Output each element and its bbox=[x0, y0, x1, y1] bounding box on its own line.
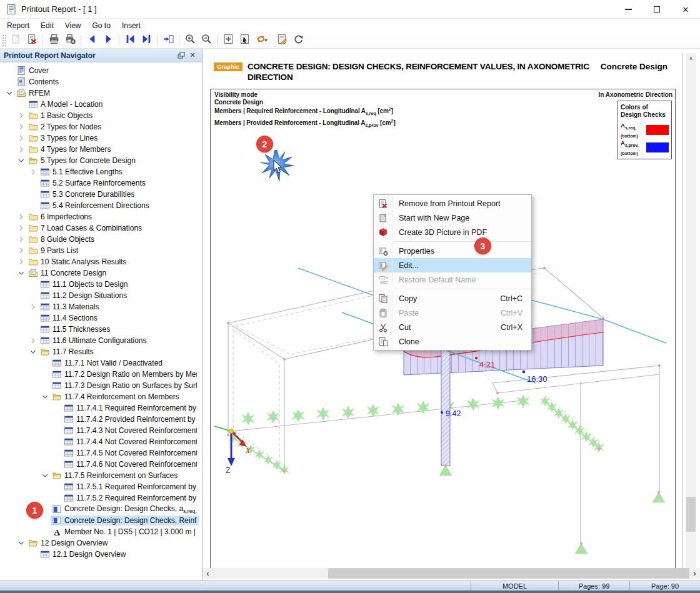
collapse-icon[interactable] bbox=[16, 268, 27, 278]
menu-item-remove-from-printout-report[interactable]: Remove from Printout Report bbox=[374, 196, 531, 211]
menu-view[interactable]: View bbox=[59, 20, 87, 31]
tree-item-12-1-design-overview[interactable]: 12.1 Design Overview bbox=[0, 549, 201, 560]
refresh-button[interactable] bbox=[290, 33, 306, 48]
menu-insert[interactable]: Insert bbox=[116, 20, 146, 31]
tree-item-11-1-objects-to-design[interactable]: 11.1 Objects to Design bbox=[0, 279, 201, 290]
next-page-button[interactable] bbox=[100, 33, 116, 48]
go-to-page-button[interactable] bbox=[160, 33, 176, 48]
zoom-out-button[interactable] bbox=[198, 33, 214, 48]
print-settings-button[interactable] bbox=[62, 33, 78, 48]
menu-edit[interactable]: Edit bbox=[35, 20, 59, 31]
expand-icon[interactable] bbox=[16, 122, 27, 132]
vertical-scrollbar[interactable]: ∧ bbox=[686, 53, 696, 568]
tree-item-9-parts-list[interactable]: 9 Parts List bbox=[0, 245, 201, 256]
tree-item-8-guide-objects[interactable]: 8 Guide Objects bbox=[0, 234, 201, 245]
tree-item-11-7-5-2-required-reinforcement-by-s[interactable]: 11.7.5.2 Required Reinforcement by S... bbox=[0, 492, 201, 504]
horizontal-scrollbar[interactable]: ‹ › bbox=[202, 568, 700, 579]
tree-item-5-types-for-concrete-design[interactable]: 5 Types for Concrete Design bbox=[0, 155, 201, 166]
menu-item-copy[interactable]: CopyCtrl+C bbox=[374, 291, 531, 306]
tree-item-6-imperfections[interactable]: 6 Imperfections bbox=[0, 211, 201, 222]
edit-page-button[interactable] bbox=[274, 33, 290, 48]
tree-item-3-types-for-lines[interactable]: 3 Types for Lines bbox=[0, 132, 201, 144]
tree-item-11-2-design-situations[interactable]: 11.2 Design Situations bbox=[0, 290, 201, 301]
expand-icon[interactable] bbox=[28, 302, 39, 312]
menu-item-edit[interactable]: Edit... bbox=[374, 258, 531, 272]
tree-item-11-concrete-design[interactable]: 11 Concrete Design bbox=[0, 267, 201, 279]
expand-icon[interactable] bbox=[16, 257, 27, 267]
tree-item-11-7-4-6-not-covered-reinforcement[interactable]: 11.7.4.6 Not Covered Reinforcement ... bbox=[0, 459, 201, 470]
collapse-icon[interactable] bbox=[39, 392, 51, 402]
menu-item-create-3d-picture-in-pdf[interactable]: Create 3D Picture in PDF bbox=[374, 225, 531, 239]
tree-item-11-7-results[interactable]: 11.7 Results bbox=[0, 346, 201, 357]
tree-item-10-static-analysis-results[interactable]: 10 Static Analysis Results bbox=[0, 256, 201, 267]
collapse-icon[interactable] bbox=[39, 471, 51, 481]
tree-item-11-7-5-reinforcement-on-surfaces[interactable]: 11.7.5 Reinforcement on Surfaces bbox=[0, 470, 201, 481]
expand-icon[interactable] bbox=[16, 133, 27, 143]
horizontal-scroll-thumb[interactable] bbox=[213, 568, 328, 579]
collapse-icon[interactable] bbox=[16, 156, 27, 166]
scroll-left-icon[interactable]: ‹ bbox=[202, 568, 213, 579]
tree-item-2-types-for-nodes[interactable]: 2 Types for Nodes bbox=[0, 121, 201, 132]
menu-item-cut[interactable]: CutCtrl+X bbox=[374, 320, 531, 334]
expand-icon[interactable] bbox=[16, 223, 27, 233]
expand-icon[interactable] bbox=[28, 167, 39, 177]
menu-item-clone[interactable]: Clone bbox=[374, 334, 531, 349]
menu-go-to[interactable]: Go to bbox=[87, 20, 116, 31]
tree-item-5-2-surface-reinforcements[interactable]: 5.2 Surface Reinforcements bbox=[0, 177, 201, 189]
collapse-icon[interactable] bbox=[4, 88, 15, 98]
tree-item-rfem[interactable]: RFEM bbox=[0, 87, 201, 99]
tree-item-member-no-1-ds5-co12-3-000-m-ul0100[interactable]: AMember No. 1 | DS5 | CO12 | 3.000 m | U… bbox=[0, 526, 201, 537]
sync-graphics-button[interactable]: ▾ bbox=[252, 33, 274, 48]
tree-item-11-7-5-1-required-reinforcement-by[interactable]: 11.7.5.1 Required Reinforcement by ... bbox=[0, 481, 201, 492]
tree-item-cover[interactable]: Cover bbox=[0, 65, 201, 76]
tree-item-a-model-location[interactable]: A Model - Location bbox=[0, 99, 201, 110]
pick-in-page-button[interactable] bbox=[236, 33, 252, 48]
print-button[interactable] bbox=[46, 33, 62, 48]
tree-item-11-6-ultimate-configurations[interactable]: 11.6 Ultimate Configurations bbox=[0, 335, 201, 346]
tree-item-11-7-4-4-not-covered-reinforcement[interactable]: 11.7.4.4 Not Covered Reinforcement ... bbox=[0, 436, 201, 447]
toolbar-grip[interactable] bbox=[2, 34, 6, 47]
tree-item-11-7-4-3-not-covered-reinforcement[interactable]: 11.7.4.3 Not Covered Reinforcement ... bbox=[0, 425, 201, 436]
tree-item-11-7-4-2-provided-reinforcement-by[interactable]: 11.7.4.2 Provided Reinforcement by ... bbox=[0, 414, 201, 425]
tree-item-11-7-2-design-ratio-on-members-by-member[interactable]: 11.7.2 Design Ratio on Members by Member bbox=[0, 369, 201, 380]
previous-page-button[interactable] bbox=[84, 33, 100, 48]
expand-icon[interactable] bbox=[16, 246, 27, 256]
horizontal-scroll-track[interactable] bbox=[328, 568, 689, 579]
collapse-icon[interactable] bbox=[16, 538, 27, 548]
expand-icon[interactable] bbox=[28, 336, 39, 346]
last-page-button[interactable] bbox=[138, 33, 154, 48]
expand-icon[interactable] bbox=[16, 111, 27, 121]
float-panel-icon[interactable] bbox=[176, 51, 187, 61]
remove-from-report-button[interactable] bbox=[24, 33, 40, 48]
tree-item-11-7-4-5-not-covered-reinforcement[interactable]: 11.7.4.5 Not Covered Reinforcement ... bbox=[0, 447, 201, 459]
tree-item-11-7-4-reinforcement-on-members[interactable]: 11.7.4 Reinforcement on Members bbox=[0, 391, 201, 402]
sync-graphics-dropdown-icon[interactable]: ▾ bbox=[265, 37, 271, 43]
tree-item-5-1-effective-lengths[interactable]: 5.1 Effective Lengths bbox=[0, 166, 201, 177]
tree-item-12-design-overview[interactable]: 12 Design Overview bbox=[0, 537, 201, 549]
tree-item-11-7-4-1-required-reinforcement-by[interactable]: 11.7.4.1 Required Reinforcement by ... bbox=[0, 402, 201, 414]
tree-item-5-4-reinforcement-directions[interactable]: 5.4 Reinforcement Directions bbox=[0, 200, 201, 211]
close-panel-icon[interactable]: ✕ bbox=[187, 51, 198, 61]
tree-item-11-7-1-not-valid-deactivated[interactable]: 11.7.1 Not Valid / Deactivated bbox=[0, 357, 201, 369]
first-page-button[interactable] bbox=[122, 33, 138, 48]
tree-item-11-7-3-design-ratio-on-surfaces-by-surfa[interactable]: 11.7.3 Design Ratio on Surfaces by Surfa… bbox=[0, 380, 201, 391]
minimize-button[interactable] bbox=[614, 0, 642, 19]
scroll-right-icon[interactable]: › bbox=[689, 568, 700, 579]
tree-item-contents[interactable]: Contents bbox=[0, 76, 201, 87]
tree-item-11-3-materials[interactable]: 11.3 Materials bbox=[0, 301, 201, 312]
tree-item-7-load-cases-combinations[interactable]: 7 Load Cases & Combinations bbox=[0, 222, 201, 234]
tree-item-1-basic-objects[interactable]: 1 Basic Objects bbox=[0, 110, 201, 121]
close-button[interactable]: ✕ bbox=[671, 0, 700, 19]
collapse-icon[interactable] bbox=[28, 347, 39, 357]
expand-icon[interactable] bbox=[16, 212, 27, 222]
tree-item-4-types-for-members[interactable]: 4 Types for Members bbox=[0, 144, 201, 155]
tree-item-11-5-thicknesses[interactable]: 11.5 Thicknesses bbox=[0, 324, 201, 335]
tree-item-5-3-concrete-durabilities[interactable]: 5.3 Concrete Durabilities bbox=[0, 189, 201, 200]
fit-page-button[interactable] bbox=[220, 33, 236, 48]
menu-report[interactable]: Report bbox=[1, 20, 35, 31]
expand-icon[interactable] bbox=[16, 144, 27, 154]
menu-item-properties[interactable]: Properties bbox=[374, 244, 531, 258]
maximize-button[interactable] bbox=[642, 0, 671, 19]
tree-item-11-4-sections[interactable]: 11.4 Sections bbox=[0, 312, 201, 324]
expand-icon[interactable] bbox=[16, 234, 27, 244]
